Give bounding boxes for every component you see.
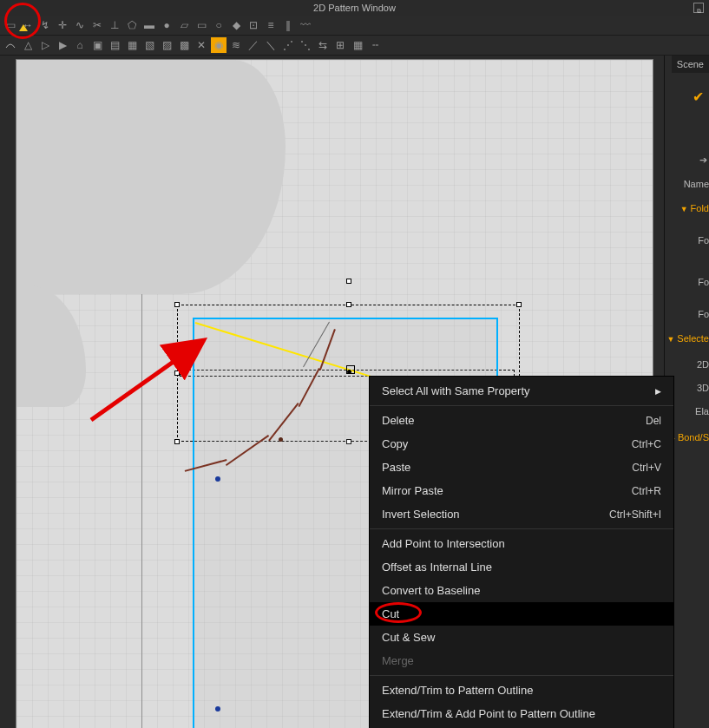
ctx-cut-sew[interactable]: Cut & Sew bbox=[370, 626, 673, 649]
internal-polygon-tool[interactable]: ▱ bbox=[176, 17, 192, 33]
ctx-mirror-paste[interactable]: Mirror Paste Ctrl+R bbox=[370, 479, 673, 502]
ctx-extend-trim-addpoint[interactable]: Extend/Trim & Add Point to Pattern Outli… bbox=[370, 702, 673, 725]
baseline-tool[interactable]: ╌ bbox=[367, 37, 383, 53]
free-sewing-tool[interactable]: △ bbox=[20, 37, 36, 53]
ctx-label: Cut & Sew bbox=[382, 631, 435, 644]
tack-tool[interactable]: ✕ bbox=[194, 37, 209, 53]
ctx-add-point-intersection[interactable]: Add Point to Intersection bbox=[370, 532, 673, 555]
handle-top[interactable] bbox=[346, 279, 351, 284]
ctx-offset-internal-line[interactable]: Offset as Internal Line bbox=[370, 555, 673, 579]
tape-tool[interactable]: 〰 bbox=[298, 17, 313, 33]
ctx-label: Select All with Same Property bbox=[382, 384, 530, 397]
segment-handle[interactable] bbox=[346, 365, 355, 374]
anchor-point[interactable] bbox=[215, 706, 220, 712]
edit-pattern-tool[interactable]: ▭ bbox=[3, 17, 18, 33]
elastic-row[interactable]: Ela bbox=[690, 404, 709, 418]
scene-tab[interactable]: Scene bbox=[672, 56, 709, 73]
undock-icon[interactable]: ⧉ bbox=[693, 3, 704, 13]
handle-nw[interactable] bbox=[174, 302, 180, 307]
edit-tool-active-marker bbox=[19, 24, 28, 31]
internal-rect-tool[interactable]: ▭ bbox=[194, 17, 209, 33]
internal-circle-tool[interactable]: ○ bbox=[211, 17, 226, 33]
line-d-tool[interactable]: ⋱ bbox=[298, 37, 313, 53]
ctx-merge: Merge bbox=[370, 649, 673, 672]
ctx-label: Cut bbox=[382, 607, 399, 620]
line-c-tool[interactable]: ⋰ bbox=[280, 37, 296, 53]
polygon-tool[interactable]: ⬠ bbox=[124, 17, 140, 33]
seam-allow-tool[interactable]: ≡ bbox=[263, 17, 279, 33]
fold-row-2[interactable]: Fo bbox=[693, 275, 709, 289]
ctx-shortcut: Ctrl+Shift+I bbox=[609, 508, 661, 521]
ctx-label: Offset as Internal Line bbox=[382, 561, 492, 574]
ctx-convert-baseline[interactable]: Convert to Baseline bbox=[370, 579, 673, 602]
ctx-label: Extend/Trim & Add Point to Pattern Outli… bbox=[382, 707, 595, 720]
ctx-invert-selection[interactable]: Invert Selection Ctrl+Shift+I bbox=[370, 502, 673, 526]
check-icon[interactable]: ✔ bbox=[693, 89, 704, 105]
ctx-paste[interactable]: Paste Ctrl+V bbox=[370, 456, 673, 479]
fold-row-3[interactable]: Fo bbox=[693, 307, 709, 321]
fold-tool[interactable]: ▣ bbox=[89, 37, 105, 53]
button-tool[interactable]: ◉ bbox=[211, 37, 226, 53]
ctx-label: Copy bbox=[382, 437, 408, 450]
ctx-label: Add Point to Intersection bbox=[382, 537, 505, 550]
notch-tool[interactable]: ⊥ bbox=[107, 17, 122, 33]
fold-row-1[interactable]: Fo bbox=[693, 233, 709, 247]
ctx-extend-trim-outline[interactable]: Extend/Trim to Pattern Outline bbox=[370, 679, 673, 702]
handle-n[interactable] bbox=[346, 302, 351, 307]
ctx-select-all-same[interactable]: Select All with Same Property ▶ bbox=[370, 379, 673, 403]
chevron-right-icon: ▶ bbox=[655, 387, 661, 396]
edit-curve-tool[interactable]: ↯ bbox=[37, 17, 53, 33]
symm-tool[interactable]: ⇆ bbox=[315, 37, 331, 53]
mline-sewing-tool[interactable]: ▶ bbox=[55, 37, 70, 53]
ctx-label: Invert Selection bbox=[382, 508, 460, 521]
ctx-label: Paste bbox=[382, 461, 410, 474]
topstitch-tool[interactable]: ▤ bbox=[107, 37, 122, 53]
toolbar-row-1: ▭ ↔ ↯ ✛ ∿ ✂ ⊥ ⬠ ▬ ● ▱ ▭ ○ ◆ ⊡ ≡ ‖ 〰 bbox=[0, 16, 709, 36]
puckering-tool[interactable]: ▦ bbox=[124, 37, 140, 53]
line-b-tool[interactable]: ＼ bbox=[263, 37, 279, 53]
ctx-shortcut: Ctrl+V bbox=[632, 462, 661, 474]
add-point-tool[interactable]: ✛ bbox=[55, 17, 70, 33]
3d-row[interactable]: 3D bbox=[692, 381, 709, 395]
fold-group[interactable]: ▼Fold bbox=[675, 201, 709, 215]
curve-point-tool[interactable]: ∿ bbox=[72, 17, 88, 33]
context-menu: Select All with Same Property ▶ Delete D… bbox=[369, 376, 674, 728]
pin-tool[interactable]: ▩ bbox=[176, 37, 192, 53]
ctx-copy[interactable]: Copy Ctrl+C bbox=[370, 432, 673, 456]
sewing-tool[interactable] bbox=[3, 37, 18, 53]
ctx-shortcut: Ctrl+C bbox=[632, 438, 661, 450]
line-a-tool[interactable]: ／ bbox=[246, 37, 261, 53]
rectangle-tool[interactable]: ▬ bbox=[141, 17, 157, 33]
window-titlebar: 2D Pattern Window ⧉ bbox=[0, 0, 709, 16]
window-title: 2D Pattern Window bbox=[313, 3, 396, 13]
handle-sw[interactable] bbox=[174, 439, 180, 444]
selected-group[interactable]: ▼Selecte bbox=[664, 331, 709, 345]
circle-tool[interactable]: ● bbox=[159, 17, 174, 33]
ctx-cut[interactable]: Cut bbox=[370, 602, 673, 626]
ctx-delete[interactable]: Delete Del bbox=[370, 409, 673, 432]
name-label: Name bbox=[679, 177, 709, 191]
ctx-label: Delete bbox=[382, 414, 415, 427]
trace-tool[interactable]: ⊡ bbox=[246, 17, 261, 33]
anchor-point[interactable] bbox=[279, 437, 283, 442]
binding-tool[interactable]: ▧ bbox=[141, 37, 157, 53]
ctx-label: Extend/Trim to Pattern Outline bbox=[382, 684, 533, 697]
show-sewing-tool[interactable]: ⌂ bbox=[72, 37, 88, 53]
measure-tool[interactable]: ‖ bbox=[280, 17, 296, 33]
split-tool[interactable]: ✂ bbox=[89, 17, 105, 33]
zip-tool[interactable]: ≋ bbox=[228, 37, 244, 53]
segment-sewing-tool[interactable]: ▷ bbox=[37, 37, 53, 53]
ctx-shortcut: Ctrl+R bbox=[632, 485, 661, 497]
ctx-label: Mirror Paste bbox=[382, 484, 443, 497]
anchor-point[interactable] bbox=[215, 476, 220, 482]
2d-row[interactable]: 2D bbox=[692, 357, 709, 371]
handle-ne[interactable] bbox=[516, 302, 522, 307]
piping-tool[interactable]: ▨ bbox=[159, 37, 174, 53]
expand-arrow-icon[interactable]: ➔ bbox=[699, 154, 707, 166]
ctx-shortcut: Del bbox=[646, 415, 661, 427]
dart-tool[interactable]: ◆ bbox=[228, 17, 244, 33]
align-tool[interactable]: ⊞ bbox=[332, 37, 348, 53]
ctx-label: Merge bbox=[382, 654, 414, 667]
toolbar-row-2: △ ▷ ▶ ⌂ ▣ ▤ ▦ ▧ ▨ ▩ ✕ ◉ ≋ ／ ＼ ⋰ ⋱ ⇆ ⊞ ▦ … bbox=[0, 36, 709, 56]
grid-tool[interactable]: ▦ bbox=[350, 37, 365, 53]
